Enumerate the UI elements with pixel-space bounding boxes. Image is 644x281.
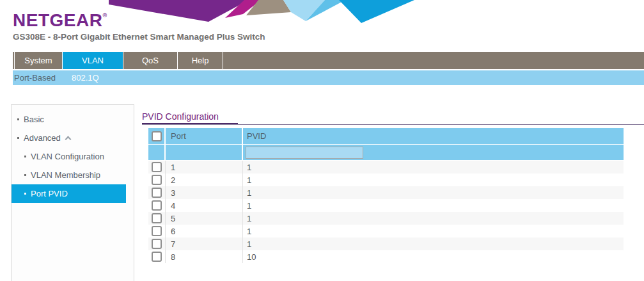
section-title: PVID Configuration: [142, 111, 219, 122]
sidebar-item-label: VLAN Configuration: [31, 152, 104, 161]
port-cell: 6: [166, 225, 243, 237]
bullet-icon: [24, 193, 26, 195]
filter-row: [148, 145, 624, 160]
brand-banner-graphic: [106, 0, 422, 24]
pvid-cell: 1: [243, 161, 624, 173]
row-checkbox-cell: [148, 161, 166, 173]
table-row: 61: [148, 225, 624, 237]
netgear-logo: NETGEAR®: [13, 6, 107, 30]
port-cell: 8: [166, 250, 243, 263]
bullet-icon: [17, 118, 19, 120]
sidebar-item-vlan-configuration[interactable]: VLAN Configuration: [12, 147, 126, 166]
table-row: 41: [148, 199, 624, 212]
netgear-logo-text: NETGEAR: [13, 10, 102, 30]
column-header-pvid-label: PVID: [247, 131, 266, 141]
row-checkbox[interactable]: [152, 200, 162, 211]
sidebar-item-label: Port PVID: [31, 189, 68, 198]
table-row: 31: [148, 186, 624, 199]
table-row: 51: [148, 212, 624, 225]
sidebar-item-label: Basic: [24, 115, 44, 124]
sidebar-item-advanced[interactable]: Advanced: [12, 129, 126, 147]
main-nav: SystemVLANQoSHelp: [13, 52, 644, 69]
pvid-filter-input[interactable]: [246, 147, 363, 159]
pvid-cell: 1: [243, 173, 624, 186]
tab-help[interactable]: Help: [178, 52, 223, 69]
port-cell: 3: [166, 186, 243, 199]
pvid-cell: 1: [243, 237, 624, 250]
page-title: GS308E - 8-Port Gigabit Ethernet Smart M…: [13, 32, 265, 42]
subnav-item-802-1q[interactable]: 802.1Q: [72, 73, 114, 83]
port-cell: 2: [166, 173, 243, 186]
select-all-cell: [148, 128, 166, 144]
table-row: 11: [148, 161, 624, 173]
sidebar-item-basic[interactable]: Basic: [12, 110, 126, 129]
row-checkbox-cell: [148, 212, 166, 225]
port-cell: 5: [166, 212, 243, 225]
chevron-up-icon: [65, 136, 71, 143]
row-checkbox[interactable]: [152, 162, 162, 172]
row-checkbox[interactable]: [152, 188, 162, 198]
sidebar-item-label: VLAN Membership: [31, 170, 100, 180]
table-row: 810: [148, 250, 624, 263]
section-underline-thin: [142, 124, 644, 125]
filter-pvid-cell: [243, 145, 624, 160]
sidebar-item-vlan-membership[interactable]: VLAN Membership: [12, 166, 126, 184]
screen: NETGEAR® GS308E - 8-Port Gigabit Etherne…: [0, 0, 644, 281]
pvid-cell: 1: [243, 225, 624, 237]
bullet-icon: [24, 174, 26, 176]
bullet-icon: [17, 137, 19, 139]
bullet-icon: [24, 156, 26, 157]
tab-system[interactable]: System: [15, 52, 62, 69]
row-checkbox[interactable]: [152, 175, 162, 185]
table-header-row: Port PVID: [148, 128, 624, 144]
row-checkbox[interactable]: [152, 213, 162, 223]
filter-checkbox-cell: [148, 145, 166, 160]
row-checkbox[interactable]: [152, 226, 162, 236]
sub-nav: Port-Based802.1Q: [13, 70, 644, 85]
row-checkbox-cell: [148, 250, 166, 263]
column-header-port-label: Port: [171, 131, 186, 141]
sidebar-item-label: Advanced: [24, 133, 61, 143]
row-checkbox-cell: [148, 225, 166, 237]
table-body: 11213141516171810: [148, 161, 624, 263]
registered-mark: ®: [102, 12, 107, 19]
nav-divider: [223, 52, 223, 69]
pvid-cell: 1: [243, 199, 624, 212]
pvid-cell: 1: [243, 186, 624, 199]
tab-qos[interactable]: QoS: [123, 52, 177, 69]
tab-vlan[interactable]: VLAN: [63, 52, 123, 69]
row-checkbox[interactable]: [152, 252, 162, 262]
table-row: 71: [148, 237, 624, 250]
subnav-item-port-based[interactable]: Port-Based: [14, 73, 72, 83]
sidebar-item-port-pvid[interactable]: Port PVID: [12, 184, 126, 203]
row-checkbox-cell: [148, 237, 166, 250]
row-checkbox-cell: [148, 199, 166, 212]
port-cell: 1: [166, 161, 243, 173]
column-header-pvid: PVID: [243, 128, 624, 144]
table-row: 21: [148, 173, 624, 186]
port-cell: 4: [166, 199, 243, 212]
row-checkbox-cell: [148, 173, 166, 186]
column-header-port: Port: [166, 128, 243, 144]
sidebar: BasicAdvancedVLAN ConfigurationVLAN Memb…: [11, 104, 134, 281]
pvid-cell: 10: [243, 250, 624, 263]
row-checkbox[interactable]: [152, 239, 162, 249]
port-cell: 7: [166, 237, 243, 250]
row-checkbox-cell: [148, 186, 166, 199]
pvid-table: Port PVID 11213141516171810: [148, 128, 624, 263]
pvid-cell: 1: [243, 212, 624, 225]
select-all-checkbox[interactable]: [152, 131, 162, 141]
filter-port-cell: [166, 145, 243, 160]
